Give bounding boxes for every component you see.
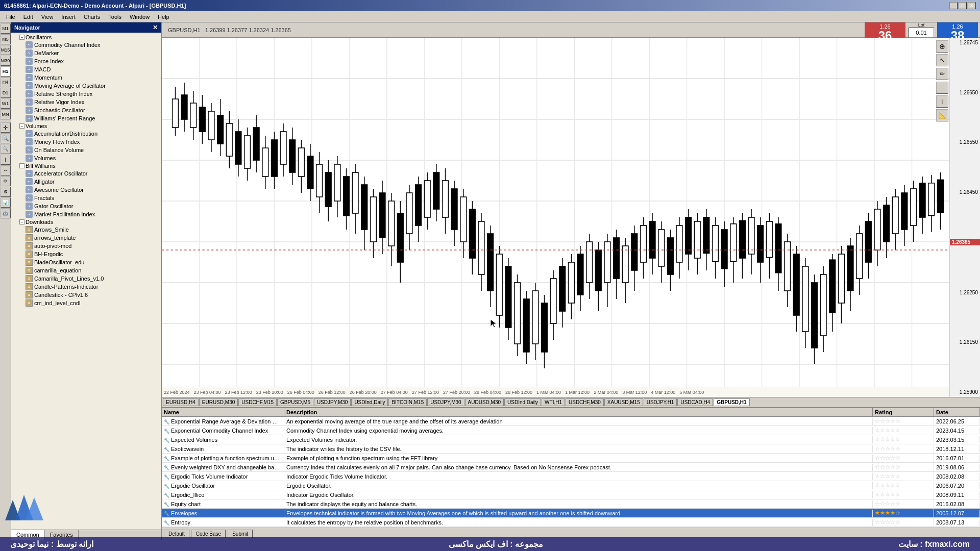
nav-stoch[interactable]: Stochastic Oscillator [11,106,161,114]
tb-m30[interactable]: M30 [1,56,11,66]
downloads-toggle[interactable]: − [19,219,24,224]
table-row[interactable]: 🔧Expected Volumes Expected Volumes indic… [162,435,980,444]
tb-expert[interactable]: 🤖 [1,208,11,218]
tb-w1[interactable]: W1 [1,98,11,109]
nav-awesome[interactable]: Awesome Oscillator [11,186,161,194]
navigator-close-btn[interactable]: ✕ [153,24,158,31]
nav-ad[interactable]: Accumulation/Distribution [11,130,161,138]
table-row[interactable]: 🔧Equity chart The indicator displays the… [162,499,980,509]
crosshair-tool[interactable]: ⊕ [936,40,948,53]
tb-indicator[interactable]: 📊 [1,197,11,208]
nav-gator[interactable]: Gator Oscillator [11,202,161,210]
table-row[interactable]: 🔧Evenly weighted DXY and changeable base… [162,463,980,472]
menu-help[interactable]: Help [154,13,174,21]
sym-bitcoin-m15[interactable]: BITCOIN,M15 [388,398,427,406]
sym-usdjpy-m30-2[interactable]: USDJPY,M30 [427,398,464,406]
sym-usdchf-m30[interactable]: USDCHF,M30 [566,398,604,406]
nav-bh-ergodic[interactable]: BH-Ergodic [11,250,161,258]
window-controls[interactable]: _ □ ✕ [949,2,976,9]
sym-usdcad-h4[interactable]: USDCAD,H4 [677,398,713,406]
nav-oscillators-folder[interactable]: − Oscillators [11,34,161,41]
nav-ao[interactable]: Accelerator Oscillator [11,169,161,178]
nav-auto-pivot[interactable]: auto-pivot-mod [11,242,161,250]
sym-usdjpy-h1[interactable]: USDJPY,H1 [644,398,677,406]
tb-crosshair[interactable]: ✛ [1,122,11,133]
tb-autoscroll[interactable]: ⟳ [1,176,11,186]
vline-tool[interactable]: | [936,95,948,108]
menu-edit[interactable]: Edit [19,13,37,21]
nav-volumes[interactable]: Volumes [11,154,161,162]
tb-m15[interactable]: M15 [1,45,11,55]
tb-m1[interactable]: M1 [1,23,11,34]
nav-camarilla-pivot[interactable]: Camarilla_Pivot_Lines_v1.0 [11,274,161,283]
nav-mao[interactable]: Moving Average of Oscillator [11,82,161,90]
menu-charts[interactable]: Charts [80,13,104,21]
nav-macd[interactable]: MACD [11,65,161,73]
nav-candlestick[interactable]: Candlestick - CPlv1.6 [11,291,161,299]
sym-gbpusd-h1[interactable]: GBPUSD,H1 [714,398,749,406]
table-row[interactable]: 🔧Ergodic Ticks Volume Indicator Indicato… [162,472,980,481]
hline-tool[interactable]: — [936,82,948,94]
nav-wpr[interactable]: Williams' Percent Range [11,114,161,122]
table-row-selected[interactable]: 🔧Envelopes Envelopes technical indicator… [162,509,980,518]
nav-mfi[interactable]: Money Flow Index [11,138,161,146]
tb-period-sep[interactable]: | [1,155,11,165]
sym-usdind-daily[interactable]: USDInd,Daily [351,398,388,406]
tb-zoom-in[interactable]: 🔍 [1,133,11,143]
draw-tool[interactable]: ✏ [936,68,948,80]
arrow-tool[interactable]: ↖ [936,54,948,66]
sym-usdind-daily-2[interactable]: USDInd,Daily [504,398,541,406]
table-row[interactable]: 🔧Exponential Range Average & Deviation O… [162,417,980,426]
nav-mfi-bw[interactable]: Market Facilitation Index [11,210,161,218]
nav-cci[interactable]: Commodity Channel Index [11,41,161,49]
table-row[interactable]: 🔧Ergodic Oscillator Ergodic Oscillator. … [162,481,980,490]
oscillators-toggle[interactable]: − [19,35,24,40]
table-row[interactable]: 🔧Example of plotting a function spectrum… [162,454,980,463]
table-row[interactable]: 🔧Exoticwavein The indicator writes the h… [162,444,980,454]
menu-file[interactable]: File [2,13,19,21]
volumes-toggle[interactable]: − [19,123,24,129]
nav-cm-ind[interactable]: cm_ind_level_cndl [11,299,161,307]
menu-window[interactable]: Window [126,13,154,21]
tb-chart-settings[interactable]: ⚙ [1,187,11,197]
nav-downloads-folder[interactable]: − Downloads [11,218,161,226]
tb-h4[interactable]: H4 [1,77,11,87]
nav-obv[interactable]: On Balance Volume [11,146,161,154]
close-btn[interactable]: ✕ [968,2,976,9]
sym-audusd-m30[interactable]: AUDUSD,M30 [465,398,504,406]
nav-billwilliams-folder[interactable]: − Bill Williams [11,162,161,169]
nav-arrows-smile[interactable]: Arrows_Smile [11,226,161,234]
nav-camarilla-eq[interactable]: camarilla_equation [11,266,161,274]
table-row[interactable]: 🔧Exponential Commodity Channel Index Com… [162,426,980,435]
nav-candle-patterns[interactable]: Candle-Patterns-Indicator [11,283,161,291]
tb-zoom-out[interactable]: 🔍 [1,144,11,154]
nav-volumes-folder[interactable]: − Volumes [11,122,161,130]
nav-fractals[interactable]: Fractals [11,194,161,202]
nav-rsi[interactable]: Relative Strength Index [11,90,161,98]
sym-usdjpy-m30[interactable]: USDJPY,M30 [314,398,351,406]
sym-eurusd-m30[interactable]: EURUSD,M30 [199,398,238,406]
maximize-btn[interactable]: □ [959,2,967,9]
nav-blade-osc[interactable]: BladeOscillator_edu [11,258,161,266]
nav-demarker[interactable]: DeMarker [11,49,161,57]
menu-view[interactable]: View [37,13,58,21]
tb-mn[interactable]: MN [1,109,11,119]
sym-usdchf-m15[interactable]: USDCHF,M15 [238,398,277,406]
sym-eurusd-h4[interactable]: EURUSD,H4 [163,398,199,406]
nav-force[interactable]: Force Index [11,57,161,65]
nav-arrows-template[interactable]: arrows_template [11,234,161,242]
table-row[interactable]: 🔧Entropy It calculates the entropy by th… [162,518,980,527]
tb-h1[interactable]: H1 [1,66,11,77]
nav-momentum[interactable]: Momentum [11,73,161,82]
tb-chart-scroll[interactable]: ↔ [1,165,11,176]
sym-xauusd-m15[interactable]: XAUUSD,M15 [604,398,643,406]
lot-input[interactable] [909,28,934,38]
trend-tool[interactable]: 📐 [936,109,948,121]
minimize-btn[interactable]: _ [949,2,958,9]
nav-rvi[interactable]: Relative Vigor Index [11,98,161,106]
menu-insert[interactable]: Insert [57,13,80,21]
bw-toggle[interactable]: − [19,163,24,168]
nav-alligator[interactable]: Alligator [11,178,161,186]
tb-m5[interactable]: M5 [1,34,11,44]
menu-tools[interactable]: Tools [104,13,126,21]
